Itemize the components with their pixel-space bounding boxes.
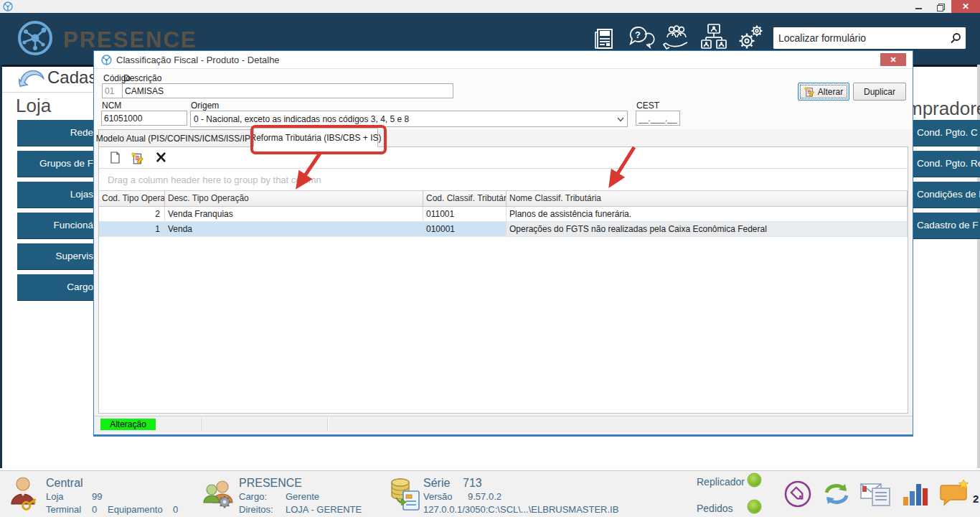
column-header-cod-classif[interactable]: Cod. Classif. Tributária — [423, 191, 507, 206]
new-record-button[interactable] — [108, 151, 122, 165]
groupby-hint: Drag a column header here to group by th… — [99, 174, 321, 185]
sidebar-item-cond-pgto-c[interactable]: Cond. Pgto. C — [912, 120, 980, 146]
cell-desc-tipo: Venda — [165, 222, 423, 236]
sidebar-item-cargos[interactable]: Cargo — [17, 274, 95, 300]
column-header-cod-tipo[interactable]: Cod. Tipo Operação — [99, 191, 165, 206]
chevron-down-icon — [614, 114, 627, 124]
direitos-value: LOJA - GERENTE — [286, 504, 362, 515]
status-badge: Alteração — [100, 419, 156, 430]
column-header-desc-tipo[interactable]: Desc. Tipo Operação — [165, 191, 423, 206]
search-box — [773, 27, 966, 49]
terminal-label: Terminal — [46, 504, 81, 515]
cest-label: CEST — [636, 101, 659, 111]
cest-field[interactable] — [636, 111, 680, 126]
edit-record-button[interactable] — [131, 151, 145, 165]
dialog-title: Classificação Fiscal - Produto - Detalhe — [116, 55, 280, 65]
tab-modelo-atual[interactable]: Modelo Atual (PIS/COFINS/ICMS/ISS/IPI) — [98, 129, 253, 147]
dialog-close-button[interactable]: ✕ — [880, 53, 906, 66]
restore-button[interactable] — [930, 0, 950, 13]
user-role-icon — [203, 478, 235, 510]
tab-modelo-atual-label: Modelo Atual (PIS/COFINS/ICMS/ISS/IPI) — [96, 134, 256, 144]
app-icon — [3, 1, 13, 11]
grid-header-row: Cod. Tipo Operação Desc. Tipo Operação C… — [99, 191, 908, 207]
network-users-icon[interactable] — [699, 22, 729, 53]
cell-cod-classif: 010001 — [423, 222, 507, 236]
grid-toolbar — [99, 147, 908, 169]
loja-label: Loja — [46, 491, 64, 502]
sidebar-item-lojas[interactable]: Lojas — [17, 182, 95, 208]
descricao-field[interactable] — [122, 83, 453, 98]
statusbar-separator — [327, 418, 328, 431]
cell-cod-tipo: 1 — [99, 222, 165, 236]
table-row-selected[interactable]: 1 Venda 010001 Operações do FGTS não rea… — [99, 222, 908, 237]
tab-reforma-tributaria-label: Reforma Tributária (IBS/CBS + IS) — [250, 133, 381, 143]
sidebar-item-cadastro[interactable]: Cadastro de F — [912, 213, 980, 238]
alterar-label: Alterar — [818, 87, 843, 97]
cell-cod-tipo: 2 — [99, 207, 165, 221]
app-statusbar: Central Loja 99 Terminal 0 Equipamento 0 — [0, 470, 980, 517]
presence-logo-icon — [17, 20, 53, 58]
alterar-button[interactable]: Alterar — [798, 83, 849, 101]
serie-label: Série — [423, 477, 450, 490]
sidebar-item-rede[interactable]: Rede — [17, 120, 95, 146]
delete-record-button[interactable] — [154, 151, 168, 165]
serie-value: 713 — [463, 477, 482, 490]
replicador-status-led — [748, 474, 760, 486]
cell-cod-classif: 011001 — [423, 207, 507, 221]
loja-value: 99 — [92, 491, 102, 502]
versao-label: Versão — [423, 491, 452, 502]
back-arrow-icon[interactable] — [19, 69, 46, 89]
sidebar-item-condicoes[interactable]: Condições de R — [912, 182, 980, 208]
statusbar-separator — [202, 418, 202, 431]
dialog-titlebar[interactable]: Classificação Fiscal - Produto - Detalhe… — [94, 51, 913, 69]
minimize-button[interactable] — [908, 0, 928, 13]
sidebar-item-funcionarios[interactable]: Funcioná — [17, 213, 95, 238]
duplicar-label: Duplicar — [864, 87, 895, 97]
table-row[interactable]: 2 Venda Franquias 011001 Planos de assis… — [99, 207, 908, 222]
news-icon[interactable] — [590, 22, 620, 53]
direitos-label: Direitos: — [239, 504, 273, 515]
origem-label: Origem — [191, 101, 219, 111]
ncm-field[interactable] — [101, 111, 187, 126]
dialog-statusbar: Alteração — [94, 416, 913, 432]
help-icon[interactable]: ? — [626, 22, 656, 53]
replicador-label: Replicador — [697, 476, 745, 488]
sidebar-item-cond-pgto-re[interactable]: Cond. Pgto. Re — [912, 151, 980, 177]
settings-gears-icon[interactable] — [736, 22, 766, 53]
duplicar-button[interactable]: Duplicar — [853, 83, 906, 101]
ncm-label: NCM — [102, 101, 121, 111]
window-close-button[interactable]: ✕ — [951, 0, 980, 13]
pedidos-label: Pedidos — [697, 503, 733, 514]
cell-desc-tipo: Venda Franquias — [165, 207, 423, 221]
sidebar-item-grupos[interactable]: Grupos de F — [17, 151, 95, 177]
customers-icon[interactable] — [661, 22, 692, 53]
sidebar-item-supervisores[interactable]: Supervis — [17, 243, 95, 269]
section-title-compradores: mpradore — [907, 98, 980, 120]
tab-reforma-tributaria[interactable]: Reforma Tributária (IBS/CBS + IS) — [253, 128, 378, 147]
refresh-icon[interactable] — [821, 480, 852, 508]
descricao-label: Descrição — [123, 73, 161, 83]
search-icon[interactable] — [946, 32, 965, 44]
site-name: Central — [46, 477, 83, 490]
edit-icon — [804, 86, 815, 97]
cell-nome-classif: Operações do FGTS não realizadas pela Ca… — [507, 222, 908, 236]
column-header-nome-classif[interactable]: Nome Classif. Tributária — [507, 191, 908, 206]
equipamento-value: 0 — [173, 504, 178, 515]
price-tag-icon[interactable] — [783, 480, 812, 508]
messages-icon[interactable] — [940, 478, 970, 508]
window-left-edge — [0, 65, 2, 468]
divider — [2, 92, 93, 93]
grid-panel: Drag a column header here to group by th… — [98, 146, 908, 414]
origem-select[interactable]: 0 - Nacional, exceto as indicadas nos có… — [190, 111, 628, 127]
terminal-value: 0 — [92, 504, 97, 515]
versao-value: 9.57.0.2 — [468, 491, 501, 502]
brand-name: PRESENCE — [63, 27, 197, 53]
dialog-icon — [101, 55, 112, 65]
dialog-classificacao-fiscal: Classificação Fiscal - Produto - Detalhe… — [93, 50, 913, 437]
db-connection-path: 127.0.0.1/3050:C:\SCL\...\ELBRUSMASTER.I… — [423, 504, 618, 515]
os-titlebar: ✕ — [0, 0, 980, 14]
grid-groupby-bar[interactable]: Drag a column header here to group by th… — [99, 169, 908, 191]
chart-icon[interactable] — [901, 480, 930, 508]
search-input[interactable] — [774, 32, 946, 44]
mail-icon[interactable] — [859, 480, 892, 508]
